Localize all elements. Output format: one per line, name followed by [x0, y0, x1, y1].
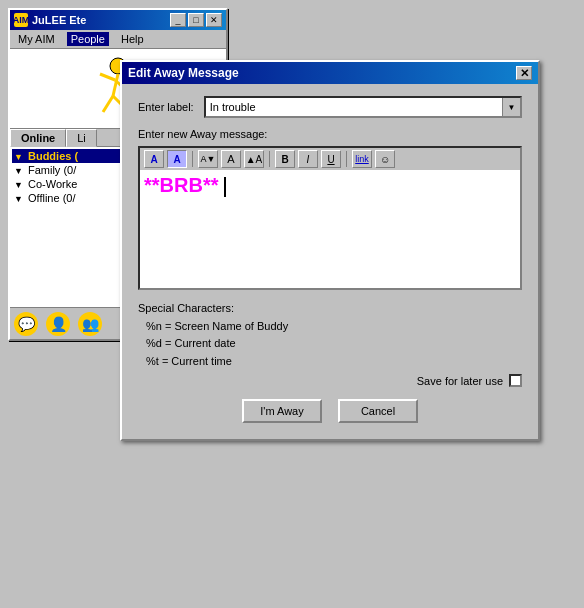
arrow-icon: ▼	[14, 180, 23, 190]
save-label: Save for later use	[417, 375, 503, 387]
arrow-icon: ▼	[14, 152, 23, 162]
font-color-btn[interactable]: A	[144, 150, 164, 168]
label-dropdown[interactable]: In trouble ▼	[204, 96, 522, 118]
font-normal-btn[interactable]: A	[221, 150, 241, 168]
aim-menubar: My AIM People Help	[10, 30, 226, 49]
svg-line-1	[113, 74, 118, 96]
dialog-titlebar: Edit Away Message ✕	[122, 62, 538, 84]
bold-btn[interactable]: B	[275, 150, 295, 168]
dialog-buttons: I'm Away Cancel	[138, 399, 522, 427]
arrow-icon: ▼	[14, 166, 23, 176]
message-content: **BRB**	[144, 174, 218, 196]
special-char-t: %t = Current time	[138, 353, 522, 371]
arrow-icon: ▼	[14, 194, 23, 204]
add-buddy-icon[interactable]: 👥	[78, 312, 102, 336]
save-checkbox[interactable]	[509, 374, 522, 387]
special-chars-title: Special Characters:	[138, 300, 522, 318]
dialog-title: Edit Away Message	[128, 66, 239, 80]
close-button[interactable]: ✕	[206, 13, 222, 27]
dropdown-arrow-btn[interactable]: ▼	[502, 98, 520, 116]
smiley-btn[interactable]: ☺	[375, 150, 395, 168]
edit-away-message-dialog: Edit Away Message ✕ Enter label: In trou…	[120, 60, 540, 441]
italic-btn[interactable]: I	[298, 150, 318, 168]
aim-titlebar: AIM JuLEE Ete _ □ ✕	[10, 10, 226, 30]
dialog-body: Enter label: In trouble ▼ Enter new Away…	[122, 84, 538, 439]
im-away-button[interactable]: I'm Away	[242, 399, 322, 423]
font-size-up-btn[interactable]: ▲A	[244, 150, 264, 168]
dropdown-value: In trouble	[206, 98, 502, 116]
toolbar-separator-1	[192, 151, 193, 167]
toolbar-separator-2	[269, 151, 270, 167]
font-bg-btn[interactable]: A	[167, 150, 187, 168]
text-cursor	[224, 177, 226, 197]
aim-app-icon: AIM	[14, 13, 28, 27]
special-char-n: %n = Screen Name of Buddy	[138, 318, 522, 336]
toolbar-separator-3	[346, 151, 347, 167]
tab-list[interactable]: Li	[66, 129, 97, 147]
cancel-button[interactable]: Cancel	[338, 399, 418, 423]
chat-status-icon[interactable]: 💬	[14, 312, 38, 336]
menu-myaim[interactable]: My AIM	[14, 32, 59, 46]
minimize-button[interactable]: _	[170, 13, 186, 27]
maximize-button[interactable]: □	[188, 13, 204, 27]
aim-window-title: JuLEE Ete	[32, 14, 166, 26]
tab-online[interactable]: Online	[10, 129, 66, 147]
underline-btn[interactable]: U	[321, 150, 341, 168]
enter-label-text: Enter label:	[138, 101, 194, 113]
menu-people[interactable]: People	[67, 32, 109, 46]
menu-help[interactable]: Help	[117, 32, 148, 46]
font-size-down-btn[interactable]: A▼	[198, 150, 218, 168]
special-char-d: %d = Current date	[138, 335, 522, 353]
svg-line-4	[103, 96, 113, 112]
save-row: Save for later use	[138, 374, 522, 387]
special-chars-section: Special Characters: %n = Screen Name of …	[138, 300, 522, 370]
buddy-status-icon[interactable]: 👤	[46, 312, 70, 336]
link-btn[interactable]: link	[352, 150, 372, 168]
message-textarea[interactable]: **BRB**	[138, 170, 522, 290]
dialog-close-button[interactable]: ✕	[516, 66, 532, 80]
svg-line-2	[100, 74, 115, 80]
aim-titlebar-buttons: _ □ ✕	[170, 13, 222, 27]
label-row: Enter label: In trouble ▼	[138, 96, 522, 118]
enter-message-label: Enter new Away message:	[138, 128, 522, 140]
format-toolbar: A A A▼ A ▲A B I U link ☺	[138, 146, 522, 170]
